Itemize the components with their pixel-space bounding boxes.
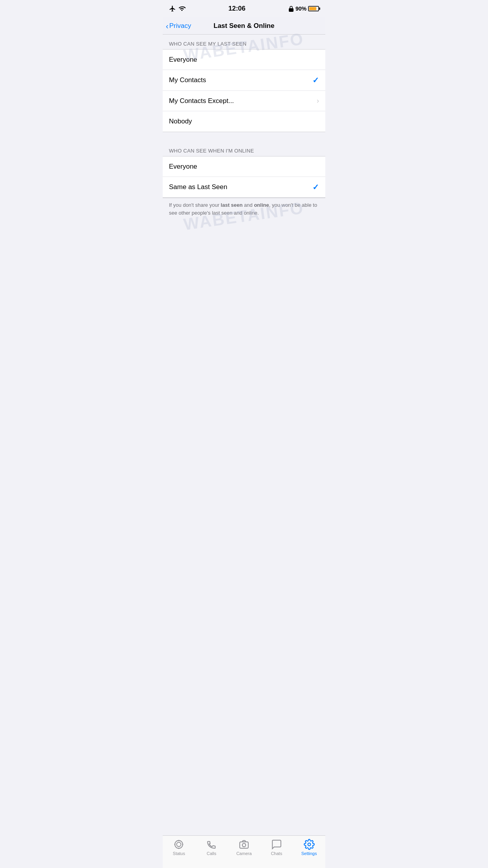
list-item-my-contacts-last[interactable]: My Contacts ✓ bbox=[163, 70, 325, 91]
footnote-bold-online: online bbox=[254, 202, 269, 208]
online-list: Everyone Same as Last Seen ✓ bbox=[163, 156, 325, 198]
label-same-as-last-seen-online: Same as Last Seen bbox=[169, 183, 227, 191]
content: WHO CAN SEE MY LAST SEEN Everyone My Con… bbox=[163, 35, 325, 221]
airplane-icon bbox=[169, 5, 176, 12]
last-seen-header: WHO CAN SEE MY LAST SEEN bbox=[163, 35, 325, 49]
list-item-everyone-last[interactable]: Everyone bbox=[163, 50, 325, 70]
nav-bar: ‹ Privacy Last Seen & Online bbox=[163, 17, 325, 35]
footnote: If you don't share your last seen and on… bbox=[163, 198, 325, 221]
svg-rect-0 bbox=[289, 8, 294, 12]
back-chevron-icon: ‹ bbox=[166, 22, 169, 30]
label-my-contacts-last: My Contacts bbox=[169, 76, 206, 84]
last-seen-list: Everyone My Contacts ✓ My Contacts Excep… bbox=[163, 49, 325, 132]
wifi-icon bbox=[178, 5, 185, 12]
back-label: Privacy bbox=[169, 22, 191, 30]
status-left bbox=[169, 5, 185, 12]
checkmark-my-contacts-last: ✓ bbox=[312, 75, 319, 85]
status-right: 90% bbox=[288, 6, 319, 12]
checkmark-same-as-last-seen: ✓ bbox=[312, 182, 319, 192]
battery-icon bbox=[308, 6, 319, 11]
lock-icon bbox=[288, 6, 294, 12]
page-wrapper: wabetainfo wabetainfo 12:06 90% bbox=[163, 0, 325, 289]
chevron-my-contacts-except-last: › bbox=[317, 97, 319, 105]
list-item-nobody-last[interactable]: Nobody bbox=[163, 111, 325, 132]
nav-title: Last Seen & Online bbox=[214, 22, 275, 30]
back-button[interactable]: ‹ Privacy bbox=[166, 22, 191, 30]
label-everyone-online: Everyone bbox=[169, 163, 197, 171]
label-my-contacts-except-last: My Contacts Except... bbox=[169, 97, 234, 105]
list-item-same-as-last-seen-online[interactable]: Same as Last Seen ✓ bbox=[163, 177, 325, 197]
list-item-everyone-online[interactable]: Everyone bbox=[163, 156, 325, 177]
list-item-my-contacts-except-last[interactable]: My Contacts Except... › bbox=[163, 91, 325, 111]
section-spacer bbox=[163, 132, 325, 142]
label-everyone-last: Everyone bbox=[169, 56, 197, 64]
status-bar: 12:06 90% bbox=[163, 0, 325, 17]
footnote-bold-last-seen: last seen bbox=[221, 202, 243, 208]
status-time: 12:06 bbox=[228, 5, 245, 13]
battery-percent: 90% bbox=[295, 6, 306, 12]
label-nobody-last: Nobody bbox=[169, 118, 192, 125]
online-header: WHO CAN SEE WHEN I'M ONLINE bbox=[163, 142, 325, 156]
